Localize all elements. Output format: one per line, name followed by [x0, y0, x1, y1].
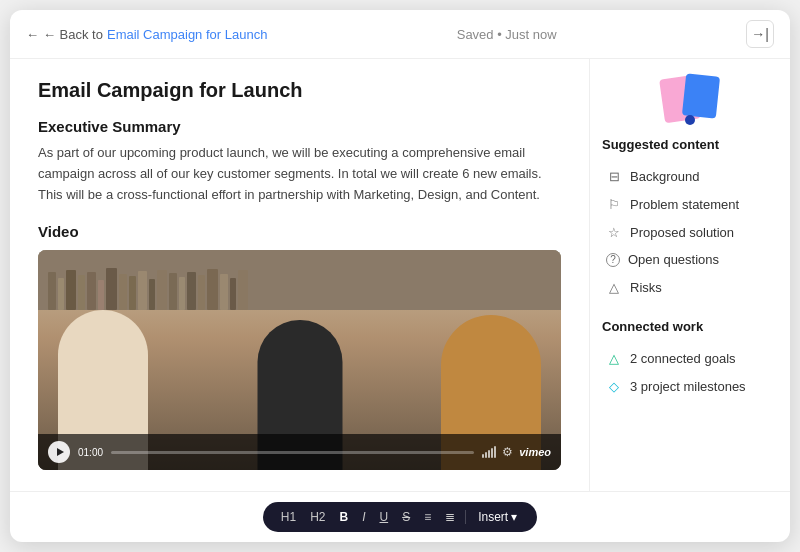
milestone-icon: ◇	[606, 378, 622, 394]
exec-summary-heading: Executive Summary	[38, 118, 561, 135]
suggested-item-risks[interactable]: △ Risks	[602, 273, 778, 301]
main-content: Email Campaign for Launch Executive Summ…	[10, 59, 790, 491]
right-panel: Suggested content ⊟ Background ⚐ Problem…	[590, 59, 790, 491]
connected-section: Connected work △ 2 connected goals ◇ 3 p…	[602, 319, 778, 400]
ordered-list-button[interactable]: ≣	[441, 508, 459, 526]
back-label: ← Back to	[43, 27, 103, 42]
suggested-item-problem[interactable]: ⚐ Problem statement	[602, 190, 778, 218]
suggested-label-problem: Problem statement	[630, 197, 739, 212]
suggested-label-solution: Proposed solution	[630, 225, 734, 240]
warning-icon: △	[606, 279, 622, 295]
table-icon: ⊟	[606, 168, 622, 184]
suggested-label-background: Background	[630, 169, 699, 184]
suggested-item-questions[interactable]: ? Open questions	[602, 246, 778, 273]
connected-milestones[interactable]: ◇ 3 project milestones	[602, 372, 778, 400]
main-window: ← ← Back to Email Campaign for Launch Sa…	[10, 10, 790, 542]
illustration	[602, 73, 778, 125]
save-status: Saved • Just now	[457, 27, 557, 42]
vimeo-logo: vimeo	[519, 446, 551, 458]
formatting-toolbar: H1 H2 B I U S ≡ ≣ Insert ▾	[10, 491, 790, 542]
star-icon: ☆	[606, 224, 622, 240]
toolbar-inner: H1 H2 B I U S ≡ ≣ Insert ▾	[263, 502, 537, 532]
time-display: 01:00	[78, 447, 103, 458]
suggested-label-questions: Open questions	[628, 252, 719, 267]
illus-dot	[685, 115, 695, 125]
illus-box	[658, 73, 722, 125]
back-arrow-icon: ←	[26, 27, 39, 42]
document-panel: Email Campaign for Launch Executive Summ…	[10, 59, 590, 491]
video-container[interactable]: 01:00 ⚙ vimeo	[38, 250, 561, 470]
connected-work-title: Connected work	[602, 319, 778, 334]
topbar: ← ← Back to Email Campaign for Launch Sa…	[10, 10, 790, 59]
h2-button[interactable]: H2	[306, 508, 329, 526]
back-link-text[interactable]: Email Campaign for Launch	[107, 27, 267, 42]
bookshelf-bg	[38, 250, 561, 310]
suggested-item-solution[interactable]: ☆ Proposed solution	[602, 218, 778, 246]
bullet-list-button[interactable]: ≡	[420, 508, 435, 526]
question-icon: ?	[606, 253, 620, 267]
connected-goals-label: 2 connected goals	[630, 351, 736, 366]
video-controls: 01:00 ⚙ vimeo	[38, 434, 561, 470]
goal-icon: △	[606, 350, 622, 366]
insert-chevron-icon: ▾	[511, 510, 517, 524]
italic-button[interactable]: I	[358, 508, 369, 526]
volume-bars	[482, 446, 496, 458]
illus-doc2	[682, 73, 720, 118]
insert-button[interactable]: Insert ▾	[472, 508, 523, 526]
vimeo-controls: ⚙ vimeo	[482, 445, 551, 459]
insert-label: Insert	[478, 510, 508, 524]
connected-milestones-label: 3 project milestones	[630, 379, 746, 394]
suggested-label-risks: Risks	[630, 280, 662, 295]
bold-button[interactable]: B	[335, 508, 352, 526]
collapse-button[interactable]: →|	[746, 20, 774, 48]
suggested-item-background[interactable]: ⊟ Background	[602, 162, 778, 190]
video-label: Video	[38, 223, 561, 240]
flag-icon: ⚐	[606, 196, 622, 212]
connected-goals[interactable]: △ 2 connected goals	[602, 344, 778, 372]
toolbar-divider	[465, 510, 466, 524]
suggested-content-title: Suggested content	[602, 137, 778, 152]
h1-button[interactable]: H1	[277, 508, 300, 526]
exec-summary-text: As part of our upcoming product launch, …	[38, 143, 561, 205]
play-button[interactable]	[48, 441, 70, 463]
settings-icon[interactable]: ⚙	[502, 445, 513, 459]
underline-button[interactable]: U	[375, 508, 392, 526]
back-link[interactable]: ← ← Back to Email Campaign for Launch	[26, 27, 267, 42]
doc-title: Email Campaign for Launch	[38, 79, 561, 102]
progress-bar[interactable]	[111, 451, 474, 454]
strikethrough-button[interactable]: S	[398, 508, 414, 526]
